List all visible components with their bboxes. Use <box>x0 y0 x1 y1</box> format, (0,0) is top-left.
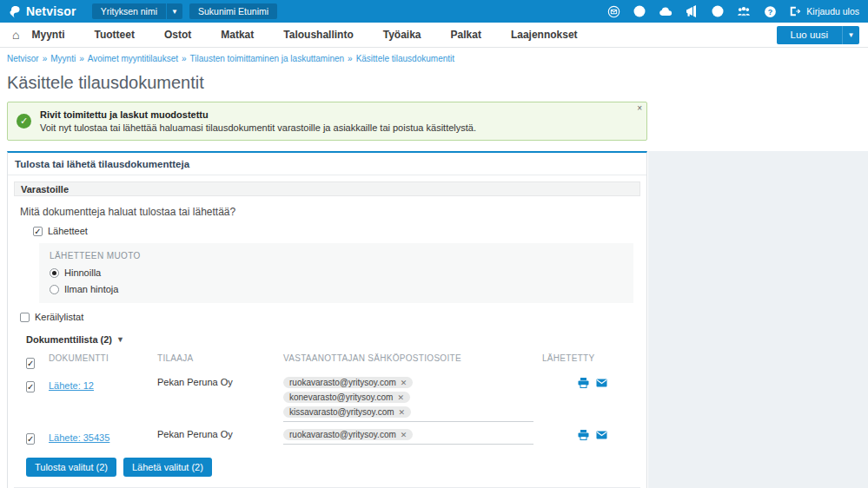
table-header-row: DOKUMENTTI TILAAJA VASTAANOTTAJAN SÄHKÖP… <box>26 353 642 370</box>
breadcrumb-link[interactable]: Avoimet myyntitilaukset <box>88 54 178 63</box>
section-heading-varastoille: Varastoille <box>14 181 640 196</box>
nav-item-matkat[interactable]: Matkat <box>221 29 254 41</box>
hinnoilla-label: Hinnoilla <box>64 267 101 278</box>
panel-title: Tulosta tai lähetä tilausdokumentteja <box>8 153 646 175</box>
email-icon[interactable] <box>596 378 607 388</box>
hinnoilla-radio[interactable] <box>50 268 59 278</box>
ilman-hintoja-radio[interactable] <box>50 285 59 294</box>
order-documents-panel: Tulosta tai lähetä tilausdokumentteja Va… <box>7 151 647 488</box>
breadcrumb-separator: » <box>79 54 84 63</box>
nav-item-tuotteet[interactable]: Tuotteet <box>94 29 134 41</box>
breadcrumb-link[interactable]: Netvisor <box>7 54 39 63</box>
breadcrumb-link[interactable]: Myynti <box>50 54 76 63</box>
keraililistat-checkbox[interactable] <box>20 313 30 322</box>
community-users-icon[interactable] <box>737 4 751 18</box>
send-selected-button[interactable]: Lähetä valitut (2) <box>123 458 212 477</box>
warehouse-question: Mitä dokumentteja haluat tulostaa tai lä… <box>20 206 640 218</box>
column-header-lahetetty: LÄHETETTY <box>542 353 642 363</box>
company-selector-caret[interactable]: ▼ <box>167 3 182 19</box>
radio-row-hinnoilla[interactable]: Hinnoilla <box>50 267 623 278</box>
row-checkbox[interactable] <box>26 433 35 445</box>
notification-dot-icon[interactable] <box>711 4 725 18</box>
document-table: DOKUMENTTI TILAAJA VASTAANOTTAJAN SÄHKÖP… <box>26 353 642 445</box>
column-header-dokumentti: DOKUMENTTI <box>49 353 157 363</box>
breadcrumb-separator: » <box>348 54 353 63</box>
page-title: Käsittele tilausdokumentit <box>7 73 868 93</box>
main-navigation: ⌂ MyyntiTuotteetOstotMatkatTaloushallint… <box>0 23 868 48</box>
email-tag-remove-icon[interactable]: ✕ <box>401 379 407 387</box>
messages-icon[interactable] <box>606 4 620 18</box>
home-icon[interactable]: ⌂ <box>12 28 19 42</box>
document-link[interactable]: Lähete: 12 <box>49 380 94 391</box>
table-row: Lähete: 35435Pekan Peruna Oyruokavarasto… <box>26 429 642 445</box>
checkbox-row-keraililistat[interactable]: Keräilylistat <box>20 312 640 322</box>
email-icon[interactable] <box>596 430 607 440</box>
breadcrumb-link[interactable]: Tilausten toimittaminen ja laskuttaminen <box>190 54 345 63</box>
email-tag-text: kissavarasto@yritysoy.com <box>289 407 394 417</box>
alert-body: Voit nyt tulostaa tai lähettää haluamasi… <box>40 122 476 133</box>
user-name-button[interactable]: Sukunimi Etunimi <box>189 3 277 19</box>
row-checkbox[interactable] <box>26 381 35 392</box>
status-dot-icon[interactable] <box>633 4 646 18</box>
logout-icon <box>789 5 801 17</box>
breadcrumb-separator: » <box>182 54 187 63</box>
email-tag: ruokavarasto@yritysoy.com✕ <box>283 429 413 440</box>
print-icon[interactable] <box>578 378 589 388</box>
email-tag-text: konevarasto@yritysoy.com <box>289 392 393 402</box>
nav-item-laajennokset[interactable]: Laajennokset <box>511 29 578 41</box>
orderer-cell: Pekan Peruna Oy <box>157 429 283 439</box>
nav-item-työaika[interactable]: Työaika <box>383 29 421 41</box>
print-selected-button[interactable]: Tulosta valitut (2) <box>26 458 116 477</box>
radio-row-ilman-hintoja[interactable]: Ilman hintoja <box>50 284 623 294</box>
email-tag: konevarasto@yritysoy.com✕ <box>283 392 410 403</box>
column-header-sahkopostiosoite: VASTAANOTTAJAN SÄHKÖPOSTIOSOITE <box>283 353 542 363</box>
nav-item-taloushallinto[interactable]: Taloushallinto <box>283 29 353 41</box>
lahetteen-muoto-label: LÄHETTEEN MUOTO <box>50 251 623 260</box>
checkbox-row-lahetteet-warehouse[interactable]: Lähetteet <box>33 226 640 236</box>
document-list-toggle[interactable]: Dokumenttilista (2) ▼ <box>26 334 640 345</box>
breadcrumb-separator: » <box>43 54 48 63</box>
email-tag-remove-icon[interactable]: ✕ <box>399 408 406 417</box>
success-alert: ✓ Rivit toimitettu ja laskut muodostettu… <box>7 102 647 141</box>
netvisor-swirl-icon <box>9 5 22 18</box>
logout-button[interactable]: Kirjaudu ulos <box>789 5 859 17</box>
alert-title: Rivit toimitettu ja laskut muodostettu <box>40 109 476 120</box>
email-tag-text: ruokavarasto@yritysoy.com <box>289 430 396 439</box>
ilman-hintoja-label: Ilman hintoja <box>64 284 118 294</box>
recipient-email-input[interactable]: ruokavarasto@yritysoy.com✕konevarasto@yr… <box>283 377 533 422</box>
alert-close-icon[interactable]: × <box>637 104 642 113</box>
right-gutter <box>648 151 868 488</box>
lahetteet-checkbox[interactable] <box>33 227 43 236</box>
document-list-label: Dokumenttilista (2) <box>26 334 112 345</box>
breadcrumb-link[interactable]: Käsittele tilausdokumentit <box>356 54 454 63</box>
logout-label: Kirjaudu ulos <box>806 6 859 16</box>
lahetteen-muoto-box: LÄHETTEEN MUOTO Hinnoilla Ilman hintoja <box>39 243 633 303</box>
create-new-button[interactable]: Luo uusi <box>777 26 842 44</box>
keraililistat-label: Keräilylistat <box>35 312 83 322</box>
email-tag-remove-icon[interactable]: ✕ <box>401 431 407 439</box>
breadcrumb: Netvisor»Myynti»Avoimet myyntitilaukset»… <box>7 54 868 63</box>
company-selector[interactable]: Yrityksen nimi <box>92 3 166 19</box>
column-header-tilaaja: TILAAJA <box>157 353 283 363</box>
row-actions <box>542 429 642 440</box>
logo-text: Netvisor <box>26 4 76 18</box>
email-tag-remove-icon[interactable]: ✕ <box>397 393 404 402</box>
select-all-checkbox[interactable] <box>26 358 35 369</box>
announcements-icon[interactable] <box>685 4 699 18</box>
help-icon[interactable]: ? <box>763 4 777 18</box>
nav-item-palkat[interactable]: Palkat <box>451 29 481 41</box>
topbar: Netvisor Yrityksen nimi ▼ Sukunimi Etuni… <box>0 0 868 23</box>
nav-item-myynti[interactable]: Myynti <box>31 29 64 41</box>
netvisor-logo[interactable]: Netvisor <box>9 4 76 18</box>
cloud-icon[interactable] <box>659 4 673 18</box>
recipient-email-input[interactable]: ruokavarasto@yritysoy.com✕ <box>283 429 533 445</box>
print-icon[interactable] <box>578 430 589 440</box>
svg-text:?: ? <box>768 7 772 16</box>
orderer-cell: Pekan Peruna Oy <box>157 377 283 387</box>
chevron-down-icon: ▼ <box>116 335 124 344</box>
create-new-caret[interactable]: ▼ <box>842 26 859 44</box>
document-link[interactable]: Lähete: 35435 <box>49 432 109 443</box>
success-check-icon: ✓ <box>17 114 31 129</box>
email-tag-text: ruokavarasto@yritysoy.com <box>289 378 396 387</box>
nav-item-ostot[interactable]: Ostot <box>164 29 191 41</box>
